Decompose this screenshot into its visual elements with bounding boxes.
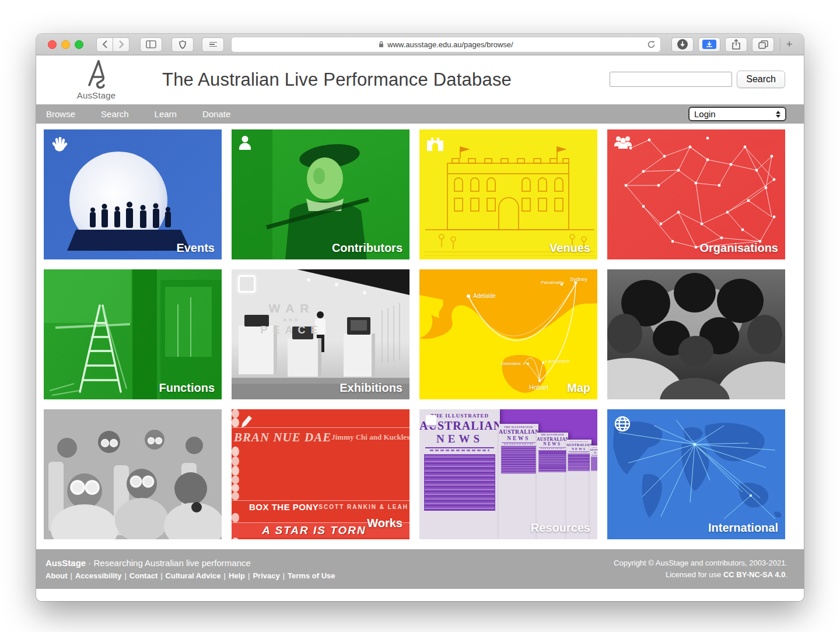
tile-international[interactable]: International [607,409,785,539]
person-icon [238,135,252,153]
lock-icon [379,41,384,48]
page-title: The Australian Live Performance Database [162,69,512,90]
frame-icon [238,275,256,293]
sidebar-button[interactable] [140,37,162,52]
tile-label: Exhibitions [340,381,402,395]
book-spine: Thérèse RadicTHE EMPEROR REGRETS [232,492,239,500]
refresh-button[interactable] [647,40,656,51]
site-header: AusStage The Australian Live Performance… [36,55,804,104]
book-spine: Hannie RaysonCompetitive Tenderness [232,476,239,484]
city-label-launceston: Launceston [545,359,569,364]
tabs-icon [758,40,768,49]
download-button[interactable] [671,37,694,52]
nav-item-donate[interactable]: Donate [190,104,243,124]
tile-audience-3d-glasses-photo[interactable] [44,409,222,539]
search-button[interactable]: Search [737,71,785,88]
tile-exhibitions[interactable]: WAR AND PEACE Exhibitions [232,269,410,399]
footer-tagline: Researching Australian live performance [94,558,251,568]
tile-contributors[interactable]: Contributors [232,129,410,259]
tile-venues[interactable]: Venues [419,129,597,259]
forward-button[interactable] [113,37,130,52]
address-bar[interactable]: www.ausstage.edu.au/pages/browse/ [231,37,661,52]
select-arrows-icon [776,111,780,118]
tile-works[interactable]: Alma De GroenThe Rivers of China Louis E… [232,409,410,539]
search-input[interactable] [610,72,732,87]
footer-link-privacy[interactable]: Privacy [253,571,279,580]
nav-item-learn[interactable]: Learn [142,104,190,124]
book-spine: Hannie RaysonFALLING FROM GRACE [232,484,239,492]
tile-label: International [708,521,778,535]
footer-brand: AusStage [46,558,86,568]
nav-item-search[interactable]: Search [88,104,142,124]
book-spine: Dorothy HewettTHE MAN FROM MUKINUPIN [232,447,239,457]
tile-label: Venues [550,241,590,255]
tile-audience-photo[interactable] [607,269,785,399]
globe-icon [614,415,631,435]
ausstage-logo[interactable]: AusStage [64,59,128,100]
privacy-report-button[interactable] [172,37,194,52]
new-tab-button[interactable]: + [780,38,798,51]
minimize-window-button[interactable] [61,40,70,49]
footer-link-help[interactable]: Help [229,571,245,580]
city-label-sydney: Sydney [570,276,587,282]
city-label-adelaide: Adelaide [473,293,496,299]
book-spine: Dorothy HewettThe Golden Oldies — Susann… [232,457,239,466]
reader-view-button[interactable] [202,37,224,52]
login-label: Login [694,109,716,119]
tab-overview-button[interactable] [752,37,774,52]
nav-item-browse[interactable]: Browse [36,104,88,124]
hand-icon [50,135,68,154]
footer-link-terms[interactable]: Terms of Use [288,571,335,580]
book-spine: BRAN NUE DAEJimmy Chi and Kuckles [232,427,410,447]
tile-events[interactable]: Events [44,129,222,259]
browse-grid: Events Contributors [44,129,796,539]
document-icon [426,415,436,427]
tile-label: Map [567,381,590,395]
footer-separator: · [88,558,91,568]
downloads-list-button[interactable] [698,37,720,52]
reader-lines-icon [209,42,217,47]
site-footer: AusStage · Researching Australian live p… [36,549,804,589]
tile-label: Organisations [700,241,778,255]
tile-label: Works [367,517,402,530]
browser-window: www.ausstage.edu.au/pages/browse/ + [36,34,804,601]
people-group-icon [614,135,632,152]
tile-label: Contributors [332,241,402,255]
footer-link-accessibility[interactable]: Accessibility [75,571,122,580]
share-button[interactable] [725,37,747,52]
footer-license: Licensed for use CC BY-NC-SA 4.0. [614,569,788,581]
footer-copyright: Copyright © AusStage and contributors, 2… [614,557,788,569]
book-spine: Louis NowraTHE GOLDEN AGE [232,513,239,522]
theatre-building-icon [426,135,444,154]
tile-organisations[interactable]: Organisations [607,129,785,259]
browser-toolbar: www.ausstage.edu.au/pages/browse/ + [36,34,804,55]
newspaper-cover: THE ILLUSTRATED AUSTRALIAN NEWS [590,445,597,539]
zoom-window-button[interactable] [75,40,83,49]
city-label-hobart: Hobart [529,384,548,391]
newspaper-cover: THE ILLUSTRATED AUSTRALIAN NEWS [419,409,500,539]
close-window-button[interactable] [48,40,57,49]
chevron-right-icon [118,40,124,48]
footer-links: About|Accessibility|Contact|Cultural Adv… [46,571,335,580]
back-button[interactable] [96,37,113,52]
book-spine: BOX THE PONYSCOTT RANKIN & LEAH PURCELL [232,500,410,513]
logo-text: AusStage [77,90,116,100]
city-label-deloraine: Deloraine [501,361,521,366]
footer-link-contact[interactable]: Contact [130,571,158,580]
downloads-tray-icon [702,40,716,49]
city-label-parramatta: Parramatta [541,280,564,285]
footer-link-about[interactable]: About [46,571,68,580]
footer-link-cultural-advice[interactable]: Cultural Advice [166,571,221,580]
book-spine: SUMMER OF THE ALIENSLouis Nowra [232,538,239,539]
share-icon [732,39,740,50]
tile-functions[interactable]: Functions [44,269,222,399]
ausstage-logo-icon [83,59,110,90]
tile-resources[interactable]: THE ILLUSTRATED AUSTRALIAN NEWS THE ILLU… [419,409,597,539]
url-text: www.ausstage.edu.au/pages/browse/ [387,40,513,49]
tile-map[interactable]: Adelaide Parramatta Sydney Deloraine Lau… [419,269,597,399]
login-select[interactable]: Login [688,107,786,121]
window-bottom [36,589,804,601]
refresh-icon [647,40,656,49]
tile-label: Resources [531,521,590,535]
pencil-icon [238,415,253,433]
